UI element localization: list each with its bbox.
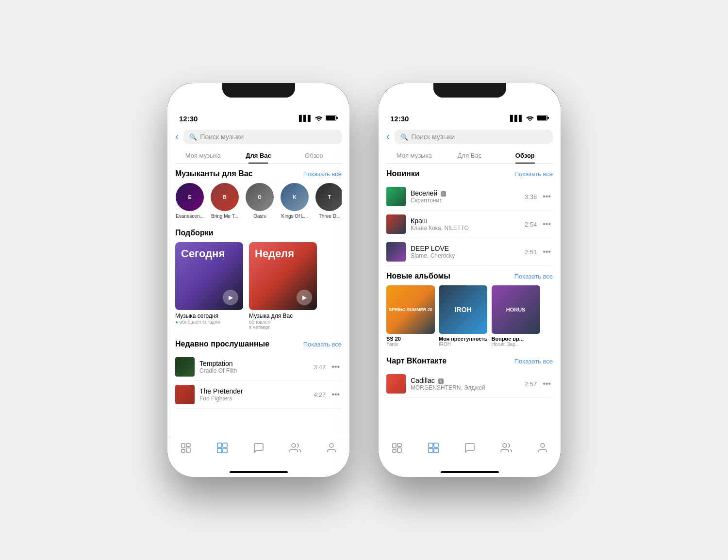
track-more-temptation[interactable]: ••• <box>330 361 342 373</box>
speaker-right <box>446 89 470 91</box>
artist-avatar-kings: K <box>281 183 309 211</box>
artist-oasis[interactable]: O Oasis <box>245 183 274 219</box>
track-duration-veselei: 3:38 <box>525 193 537 200</box>
track-temptation[interactable]: Temptation Cradle Of Filth 3:47 ••• <box>175 353 342 381</box>
back-button-right[interactable]: ‹ <box>386 131 390 143</box>
phone-left: 12:30 ▋▋▋ ‹ <box>167 83 349 477</box>
tabbar-item-news-right[interactable] <box>391 442 403 457</box>
speaker-left <box>234 89 259 91</box>
artist-kings[interactable]: K Kings Of L... <box>280 183 309 219</box>
chart-section-header: Чарт ВКонтакте Показать все <box>386 357 553 365</box>
track-krash[interactable]: Краш Клава Кока, NILETTO 2:54 ••• <box>386 211 553 238</box>
explicit-badge-veselei: E <box>441 191 446 197</box>
playlist-label-week: Музыка для Вас <box>249 313 317 319</box>
tab-for-you-right[interactable]: Для Вас <box>442 148 497 163</box>
tabbar-item-friends-left[interactable] <box>289 442 301 457</box>
tabbar-item-friends-right[interactable] <box>500 442 512 457</box>
back-button-left[interactable]: ‹ <box>175 131 179 143</box>
status-bar-left: 12:30 ▋▋▋ <box>167 104 349 126</box>
tab-for-you-left[interactable]: Для Вас <box>231 148 286 163</box>
tabbar-icon-news-left <box>180 442 192 457</box>
artists-show-all-left[interactable]: Показать все <box>303 170 342 178</box>
album-artwork-iroh: IROH <box>439 285 487 334</box>
track-deeplove[interactable]: DEEP LOVE Slame, Cherocky 2:51 ••• <box>386 238 553 266</box>
svg-rect-9 <box>217 448 222 453</box>
tab-browse-right[interactable]: Обзор <box>497 148 553 163</box>
tabbar-icon-chat-right <box>464 442 476 457</box>
search-placeholder-left: Поиск музыки <box>200 133 244 141</box>
tabbar-item-news-left[interactable] <box>180 442 192 457</box>
home-indicator-right <box>441 471 499 473</box>
tabbar-icon-music-right <box>428 442 439 457</box>
artist-avatar-bringme: B <box>211 183 239 211</box>
camera-left <box>256 87 262 93</box>
artist-evanescence[interactable]: E Evanescen... <box>175 183 204 219</box>
novosti-show-all[interactable]: Показать все <box>514 170 553 178</box>
tabbar-icon-friends-right <box>500 442 512 457</box>
track-more-deeplove[interactable]: ••• <box>541 246 553 258</box>
notch-left <box>222 83 295 98</box>
track-artwork-krash <box>386 214 406 234</box>
playlists-section-header-left: Подборки <box>175 229 342 237</box>
artist-name-three: Three D... <box>319 214 340 219</box>
tabbar-item-chat-right[interactable] <box>464 442 476 457</box>
tab-my-music-left[interactable]: Моя музыка <box>175 148 231 163</box>
scroll-content-right: Новинки Показать все Веселей E Скриптони… <box>379 164 561 437</box>
track-pretender[interactable]: The Pretender Foo Fighters 4:27 ••• <box>175 381 342 409</box>
svg-rect-23 <box>434 448 438 453</box>
track-title-krash: Краш <box>411 217 525 225</box>
svg-point-11 <box>292 444 296 447</box>
tabbar-item-chat-left[interactable] <box>253 442 265 457</box>
svg-rect-20 <box>429 443 433 447</box>
playlist-label-today: Музыка сегодня <box>175 313 243 319</box>
svg-rect-6 <box>186 448 190 452</box>
track-title-veselei: Веселей E <box>411 189 525 197</box>
chart-show-all[interactable]: Показать все <box>514 358 553 365</box>
artist-img-three: T <box>315 183 342 211</box>
tabbar-item-music-left[interactable] <box>216 442 228 457</box>
play-btn-today[interactable]: ▶ <box>223 290 238 305</box>
playlist-today[interactable]: Сегодня ▶ Музыка сегодня ● обновлён сего… <box>175 242 243 330</box>
recent-section-header-left: Недавно прослушанные Показать все <box>175 340 342 348</box>
artists-row-left: E Evanescen... B Bring Me T... <box>175 183 342 219</box>
svg-rect-18 <box>397 444 401 446</box>
album-ss20[interactable]: SPRING SUMMER 20 SS 20 Yanix <box>386 285 435 347</box>
track-more-cadillac[interactable]: ••• <box>541 378 553 390</box>
status-icons-right: ▋▋▋ <box>510 115 549 122</box>
albums-show-all[interactable]: Показать все <box>514 273 553 280</box>
search-bar-right[interactable]: 🔍 Поиск музыки <box>395 130 553 144</box>
track-duration-cadillac: 2:57 <box>525 380 537 388</box>
app-right-content: 12:30 ▋▋▋ ‹ <box>379 83 561 477</box>
track-more-krash[interactable]: ••• <box>541 218 553 231</box>
album-artwork-horus: HORUS <box>492 285 540 334</box>
track-more-pretender[interactable]: ••• <box>330 388 342 401</box>
playlist-title-today: Сегодня <box>181 248 225 260</box>
artist-bringme[interactable]: B Bring Me T... <box>210 183 239 219</box>
album-iroh[interactable]: IROH Моя преступность IROH <box>439 285 488 347</box>
nav-area-left: ‹ 🔍 Поиск музыки Моя музыка Для Вас Обзо… <box>167 126 349 164</box>
search-bar-left[interactable]: 🔍 Поиск музыки <box>183 130 342 144</box>
play-btn-week[interactable]: ▶ <box>297 290 312 305</box>
artist-three[interactable]: T Three D... <box>315 183 342 219</box>
track-veselei[interactable]: Веселей E Скриптонит 3:38 ••• <box>386 183 553 211</box>
track-cadillac[interactable]: Cadillac E MORGENSHTERN, Элджей 2:57 ••• <box>386 370 553 398</box>
tabbar-item-profile-right[interactable] <box>537 442 548 457</box>
tab-browse-left[interactable]: Обзор <box>286 148 342 163</box>
tabbar-item-music-right[interactable] <box>428 442 439 457</box>
track-more-veselei[interactable]: ••• <box>541 190 553 203</box>
playlist-week[interactable]: Неделя ▶ Музыка для Вас обновлёнв четвер… <box>249 242 317 330</box>
artist-img-oasis: O <box>246 183 274 211</box>
artist-img-kings: K <box>281 183 309 211</box>
playlist-title-week: Неделя <box>255 248 294 260</box>
artist-avatar-oasis: O <box>246 183 274 211</box>
album-horus[interactable]: HORUS Вопрос вр... Horus, Зар... <box>492 285 540 347</box>
tab-my-music-right[interactable]: Моя музыка <box>386 148 442 163</box>
search-placeholder-right: Поиск музыки <box>411 133 455 141</box>
tabbar-icon-profile-left <box>326 442 337 457</box>
recent-show-all-left[interactable]: Показать все <box>303 341 342 348</box>
svg-point-12 <box>330 444 333 447</box>
album-text-ss20: SPRING SUMMER 20 <box>387 305 434 314</box>
phone-right: 12:30 ▋▋▋ ‹ <box>379 83 561 477</box>
tabbar-item-profile-left[interactable] <box>326 442 337 457</box>
playlist-info-today: Музыка сегодня ● обновлён сегодня <box>175 313 243 325</box>
